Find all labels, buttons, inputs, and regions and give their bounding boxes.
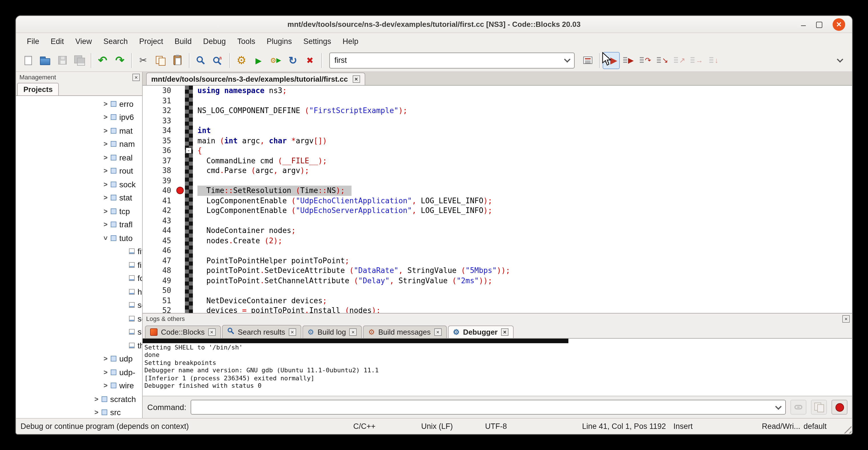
save-all-button[interactable] [71, 52, 88, 69]
log-tab-build-messages[interactable]: ⚙Build messages× [363, 326, 446, 338]
code-line-41[interactable]: 41 LogComponentEnable ("UdpEchoClientApp… [143, 196, 852, 206]
tree-item-mat[interactable]: >mat [16, 124, 142, 137]
tree-item-se[interactable]: se [16, 312, 142, 325]
code-line-40[interactable]: 40 Time::SetResolution (Time::NS); [143, 186, 852, 196]
close-tab-button[interactable]: × [352, 76, 360, 83]
log-tab-build-log[interactable]: ⚙Build log× [302, 326, 362, 338]
minimize-button[interactable]: – [801, 20, 806, 29]
line-number[interactable]: 52 [143, 305, 176, 313]
build-button[interactable]: ⚙ [233, 52, 250, 69]
fold-column[interactable] [185, 226, 193, 236]
breakpoint-margin[interactable] [176, 256, 185, 266]
code-editor[interactable]: 30using namespace ns3;3132NS_LOG_COMPONE… [143, 86, 852, 313]
debug-continue-button[interactable]: ▶ [602, 52, 620, 69]
breakpoint-margin[interactable] [176, 216, 185, 226]
tree-item-ipv6[interactable]: >ipv6 [16, 111, 142, 124]
line-number[interactable]: 33 [143, 116, 176, 126]
close-log-tab-button[interactable]: × [434, 328, 441, 336]
line-number[interactable]: 37 [143, 156, 176, 166]
step-into-instruction-button[interactable]: ↓ [705, 52, 722, 69]
line-number[interactable]: 47 [143, 256, 176, 266]
close-log-tab-button[interactable]: × [349, 328, 357, 336]
tree-item-si[interactable]: si [16, 325, 142, 339]
debugging-windows-button[interactable] [579, 52, 596, 69]
line-number[interactable]: 41 [143, 196, 176, 206]
breakpoint-margin[interactable] [176, 266, 185, 275]
breakpoint-margin[interactable] [176, 226, 185, 236]
maximize-button[interactable] [816, 22, 823, 28]
menu-build[interactable]: Build [169, 34, 197, 48]
stop-debugger-button[interactable] [832, 400, 847, 415]
code-line-51[interactable]: 51 NetDeviceContainer devices; [143, 296, 852, 305]
tree-item-nam[interactable]: >nam [16, 137, 142, 151]
fold-open-icon[interactable]: - [185, 147, 192, 154]
code-line-30[interactable]: 30using namespace ns3; [143, 86, 852, 96]
code-line-37[interactable]: 37 CommandLine cmd (__FILE__); [143, 156, 852, 166]
breakpoint-margin[interactable] [176, 176, 185, 186]
close-log-tab-button[interactable]: × [288, 328, 296, 335]
fold-column[interactable] [185, 156, 193, 166]
line-number[interactable]: 40 [143, 186, 176, 196]
breakpoint-margin[interactable] [176, 305, 185, 313]
breakpoint-margin[interactable] [176, 146, 185, 156]
tree-item-scratch[interactable]: >scratch [16, 392, 142, 406]
close-logs-button[interactable]: × [842, 315, 850, 322]
line-number[interactable]: 43 [143, 216, 176, 226]
close-log-tab-button[interactable]: × [208, 328, 215, 336]
line-number[interactable]: 34 [143, 126, 176, 136]
fold-column[interactable] [185, 176, 193, 186]
menu-project[interactable]: Project [134, 34, 168, 48]
next-instruction-button[interactable]: → [688, 52, 705, 69]
fold-column[interactable] [185, 266, 193, 275]
fold-column[interactable] [185, 206, 193, 216]
rebuild-button[interactable]: ↻ [284, 52, 301, 69]
selected-log-line[interactable] [143, 339, 568, 343]
build-target-input[interactable] [334, 56, 565, 64]
tree-item-fir[interactable]: fir [16, 258, 142, 272]
tree-item-th[interactable]: th [16, 339, 142, 352]
step-into-button[interactable]: ↘ [654, 52, 671, 69]
menu-search[interactable]: Search [98, 34, 133, 48]
line-number[interactable]: 45 [143, 236, 176, 245]
menu-view[interactable]: View [70, 34, 97, 48]
tree-item-real[interactable]: >real [16, 151, 142, 164]
step-out-button[interactable]: ↗ [671, 52, 688, 69]
breakpoint-margin[interactable] [176, 96, 185, 106]
fold-column[interactable] [185, 305, 193, 313]
copy-log-button[interactable] [811, 400, 827, 415]
code-line-38[interactable]: 38 cmd.Parse (argc, argv); [143, 166, 852, 176]
line-number[interactable]: 36 [143, 146, 176, 156]
cut-button[interactable]: ✂ [135, 52, 152, 69]
breakpoint-margin[interactable] [176, 186, 185, 196]
chevron-down-icon[interactable] [564, 56, 571, 63]
undo-button[interactable]: ↶ [94, 52, 111, 69]
line-number[interactable]: 39 [143, 176, 176, 186]
new-file-button[interactable] [20, 52, 36, 69]
log-tab-search-results[interactable]: Search results× [222, 325, 301, 338]
code-line-31[interactable]: 31 [143, 96, 852, 106]
line-number[interactable]: 46 [143, 245, 176, 256]
copy-button[interactable] [152, 52, 169, 69]
menu-debug[interactable]: Debug [198, 34, 231, 48]
tree-item-udp[interactable]: >udp [16, 352, 142, 365]
build-and-run-button[interactable]: ⚙▶ [267, 52, 284, 69]
breakpoint-margin[interactable] [176, 156, 185, 166]
fold-column[interactable] [185, 186, 193, 196]
code-line-45[interactable]: 45 nodes.Create (2); [143, 236, 852, 245]
tree-item-he[interactable]: he [16, 285, 142, 298]
code-line-47[interactable]: 47 PointToPointHelper pointToPoint; [143, 256, 852, 266]
fold-column[interactable] [185, 236, 193, 245]
fold-column[interactable] [185, 106, 193, 116]
tree-item-wire[interactable]: >wire [16, 379, 142, 392]
save-button[interactable] [54, 52, 71, 69]
menu-settings[interactable]: Settings [298, 34, 336, 48]
line-number[interactable]: 48 [143, 266, 176, 275]
breakpoint-margin[interactable] [176, 166, 185, 176]
resize-grip[interactable] [841, 423, 851, 433]
tree-item-fo[interactable]: fo [16, 272, 142, 285]
tree-item-rout[interactable]: >rout [16, 164, 142, 178]
breakpoint-margin[interactable] [176, 116, 185, 126]
tree-item-se[interactable]: se [16, 298, 142, 312]
breakpoint-margin[interactable] [176, 286, 185, 296]
line-number[interactable]: 42 [143, 206, 176, 216]
